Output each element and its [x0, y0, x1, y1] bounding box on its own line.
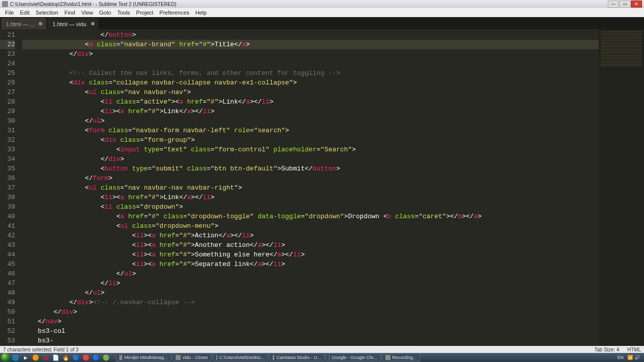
taskbar-app-label: Mindjet MindManag... [124, 355, 168, 360]
code-line[interactable]: <div class="collapse navbar-collapse nav… [22, 78, 599, 87]
taskbar-app-label: vidu - Clover [183, 355, 208, 360]
quicklaunch-icon[interactable]: 🔥 [61, 353, 70, 361]
tab-bar: 1.html — ...1.html — vidu [0, 17, 644, 29]
code-line[interactable]: <li><a href="#">Something else here</a><… [22, 250, 599, 259]
code-line[interactable]: <form class="navbar-form navbar-left" ro… [22, 126, 599, 135]
quicklaunch-icon[interactable]: 🔵 [71, 353, 80, 361]
taskbar-lang[interactable]: EN [617, 355, 624, 360]
code-line[interactable]: <ul class="dropdown-menu"> [22, 221, 599, 231]
app-icon [2, 1, 8, 7]
code-line[interactable]: <ul class="nav navbar-nav"> [22, 87, 599, 97]
code-line[interactable]: <input type="text" class="form-control" … [22, 145, 599, 154]
taskbar: 🌐▶🟠🐞📄🔥🔵🔴🔵🟢 Mindjet MindManag...vidu - Cl… [0, 353, 644, 362]
menu-goto[interactable]: Goto [96, 10, 114, 16]
code-line[interactable]: </button> [22, 30, 599, 40]
code-line[interactable]: </ul> [22, 269, 599, 279]
menu-preferences[interactable]: Preferences [156, 10, 192, 16]
code-line[interactable]: <a class="navbar-brand" href="#">Title</… [22, 40, 599, 49]
code-line[interactable]: <!-- Collect the nav links, forms, and o… [22, 68, 599, 78]
status-syntax[interactable]: HTML [627, 347, 641, 352]
code-line[interactable]: bs3-col [22, 326, 599, 336]
tab-dirty-icon [39, 22, 42, 26]
minimap[interactable] [599, 29, 644, 346]
code-line[interactable]: <button type="submit" class="btn btn-def… [22, 164, 599, 173]
taskbar-app[interactable]: Mindjet MindManag... [116, 353, 171, 361]
taskbar-app[interactable]: C:\Users\viet\Deskto... [213, 353, 268, 361]
menu-help[interactable]: Help [192, 10, 210, 16]
menu-file[interactable]: File [2, 10, 17, 16]
minimize-button[interactable]: — [608, 1, 619, 8]
taskbar-app[interactable]: Recording... [382, 353, 421, 361]
taskbar-app-label: C:\Users\viet\Deskto... [219, 355, 265, 360]
menu-find[interactable]: Find [61, 10, 78, 16]
tab-0[interactable]: 1.html — ... [1, 18, 46, 29]
systray[interactable]: 📶 🔊 [627, 355, 640, 360]
menu-edit[interactable]: Edit [17, 10, 33, 16]
tab-1[interactable]: 1.html — vidu [47, 18, 98, 29]
code-line[interactable]: </li> [22, 279, 599, 288]
quicklaunch-icon[interactable]: 🌐 [11, 353, 20, 361]
taskbar-app-icon [119, 355, 122, 360]
code-line[interactable]: <li><a href="#">Link</a></li> [22, 107, 599, 116]
taskbar-app-label: Google - Google Chr... [332, 355, 377, 360]
menu-bar: FileEditSelectionFindViewGotoToolsProjec… [0, 8, 644, 17]
menu-view[interactable]: View [78, 10, 96, 16]
taskbar-app-icon [329, 355, 330, 360]
status-left: 7 characters selected; Field 1 of 3 [3, 347, 586, 352]
line-gutter: 2122232425262728293031323334353637383940… [0, 29, 21, 346]
taskbar-app[interactable]: Google - Google Chr... [326, 353, 381, 361]
code-line[interactable]: bs3- [22, 336, 599, 345]
close-button[interactable]: ✕ [631, 1, 642, 8]
status-bar: 7 characters selected; Field 1 of 3 Tab … [0, 346, 644, 353]
taskbar-app-label: Recording... [392, 355, 417, 360]
editor[interactable]: 2122232425262728293031323334353637383940… [0, 29, 644, 346]
code-area[interactable]: </button> <a class="navbar-brand" href="… [21, 29, 599, 346]
code-line[interactable]: </form> [22, 173, 599, 183]
quicklaunch-icon[interactable]: 🟠 [31, 353, 40, 361]
code-line[interactable]: </div> [22, 49, 599, 59]
menu-tools[interactable]: Tools [114, 10, 133, 16]
code-line[interactable]: <a href="#" class="dropdown-toggle" data… [22, 212, 599, 221]
taskbar-app-icon [385, 355, 390, 360]
taskbar-app[interactable]: vidu - Clover [172, 353, 212, 361]
taskbar-app-icon [216, 355, 217, 360]
taskbar-app-label: Camtasia Studio - U... [276, 355, 320, 360]
window-title: C:\Users\viet\Desktop\23\vidu\1.html · -… [10, 2, 608, 7]
tab-dirty-icon [91, 22, 95, 26]
code-line[interactable]: <li><a href="#">Separated link</a></li> [22, 259, 599, 269]
code-line[interactable]: <li class="active"><a href="#">Link</a><… [22, 97, 599, 107]
code-line[interactable]: </div> [22, 307, 599, 317]
code-line[interactable]: <ul class="nav navbar-nav navbar-right"> [22, 183, 599, 193]
quicklaunch-icon[interactable]: ▶ [21, 353, 30, 361]
start-button[interactable] [1, 353, 10, 362]
code-line[interactable]: </nav> [22, 317, 599, 326]
quicklaunch-icon[interactable]: 📄 [51, 353, 60, 361]
code-line[interactable] [22, 59, 599, 68]
minimap-content [601, 31, 642, 66]
quicklaunch-icon[interactable]: 🐞 [41, 353, 50, 361]
menu-selection[interactable]: Selection [33, 10, 61, 16]
code-line[interactable]: </ul> [22, 116, 599, 126]
quicklaunch-icon[interactable]: 🟢 [102, 353, 111, 361]
taskbar-app[interactable]: Camtasia Studio - U... [269, 353, 325, 361]
window-titlebar: C:\Users\viet\Desktop\23\vidu\1.html · -… [0, 0, 644, 8]
menu-project[interactable]: Project [133, 10, 156, 16]
code-line[interactable]: <li class="dropdown"> [22, 202, 599, 212]
quicklaunch-icon[interactable]: 🔵 [92, 353, 101, 361]
status-tabsize[interactable]: Tab Size: 4 [594, 347, 619, 352]
taskbar-app-icon [273, 355, 275, 360]
code-line[interactable]: <li><a href="#">Another action</a></li> [22, 240, 599, 250]
code-line[interactable]: </div><!-- /.navbar-collapse --> [22, 298, 599, 307]
code-line[interactable]: <div class="form-group"> [22, 135, 599, 145]
maximize-button[interactable]: ▭ [619, 1, 630, 8]
code-line[interactable]: <li><a href="#">Link</a></li> [22, 193, 599, 202]
code-line[interactable]: </ul> [22, 288, 599, 298]
code-line[interactable]: </div> [22, 154, 599, 164]
taskbar-app-icon [176, 355, 181, 360]
quicklaunch-icon[interactable]: 🔴 [82, 353, 91, 361]
code-line[interactable]: <li><a href="#">Action</a></li> [22, 231, 599, 240]
